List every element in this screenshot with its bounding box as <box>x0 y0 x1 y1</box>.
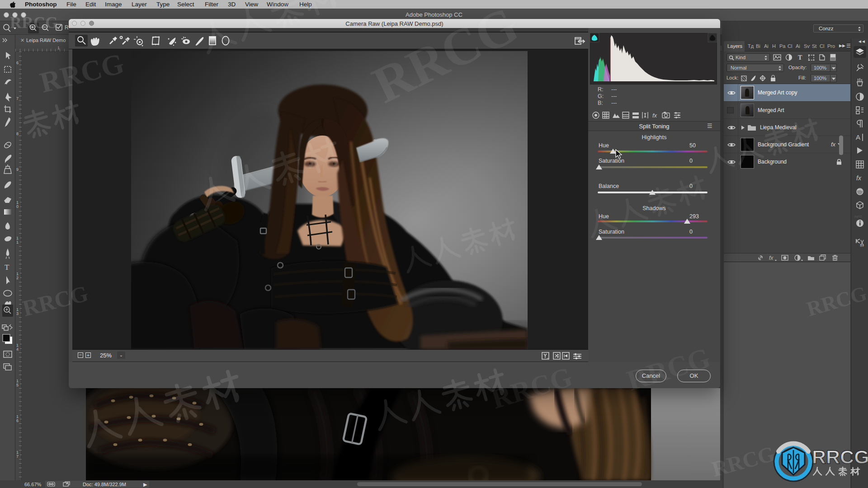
svg-text:R: R <box>65 24 69 31</box>
svg-text:fx: fx <box>652 112 657 119</box>
svg-text:fx: fx <box>856 174 862 182</box>
svg-text:T: T <box>798 54 802 61</box>
svg-text:A: A <box>856 133 860 141</box>
svg-text:RRCG: RRCG <box>812 446 868 468</box>
svg-text:T: T <box>5 263 9 272</box>
svg-text:59: 59 <box>860 244 864 248</box>
svg-text:fx: fx <box>769 255 774 261</box>
